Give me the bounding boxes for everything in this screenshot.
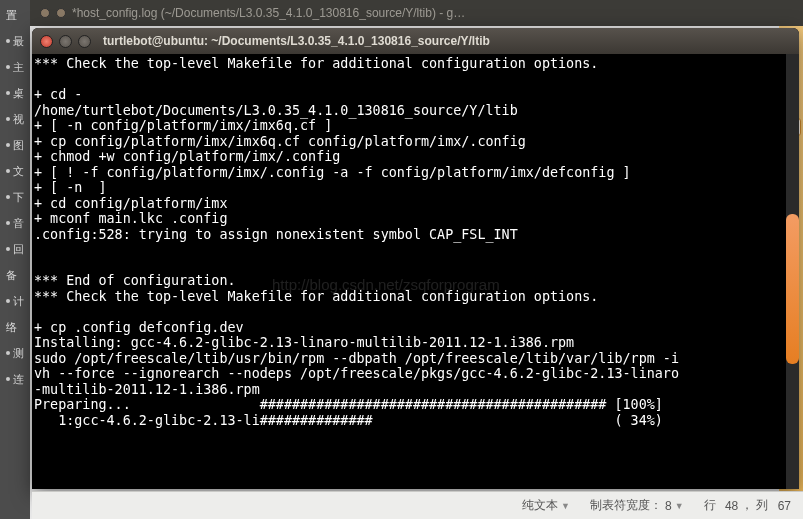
terminal-line: *** Check the top-level Makefile for add… [34, 56, 797, 72]
indicator-dot [6, 351, 10, 355]
terminal-line [34, 304, 797, 320]
launcher-item[interactable]: 视 [0, 106, 30, 132]
tab-width-label: 制表符宽度： [590, 497, 662, 514]
separator: ， [741, 497, 753, 514]
launcher-label: 桌 [13, 86, 24, 101]
terminal-line: + cp .config defconfig.dev [34, 320, 797, 336]
terminal-line: *** End of configuration. [34, 273, 797, 289]
terminal-line: *** Check the top-level Makefile for add… [34, 289, 797, 305]
terminal-line: 1:gcc-4.6.2-glibc-2.13-li############## … [34, 413, 797, 429]
scrollbar-track[interactable] [786, 54, 799, 489]
terminal-line: + mconf main.lkc .config [34, 211, 797, 227]
indicator-dot [6, 91, 10, 95]
indicator-dot [6, 143, 10, 147]
terminal-output[interactable]: *** Check the top-level Makefile for add… [32, 54, 799, 489]
launcher-label: 主 [13, 60, 24, 75]
launcher-item[interactable]: 备 [0, 262, 30, 288]
terminal-line [34, 258, 797, 274]
launcher-item[interactable]: 主 [0, 54, 30, 80]
launcher-label: 备 [6, 268, 17, 283]
indicator-dot [6, 247, 10, 251]
launcher-item[interactable]: 络 [0, 314, 30, 340]
launcher-item[interactable]: 置 [0, 2, 30, 28]
launcher-item[interactable]: 测 [0, 340, 30, 366]
terminal-line: /home/turtlebot/Documents/L3.0.35_4.1.0_… [34, 103, 797, 119]
terminal-line: + cd - [34, 87, 797, 103]
terminal-title: turtlebot@ubuntu: ~/Documents/L3.0.35_4.… [103, 34, 490, 48]
launcher-label: 置 [6, 8, 17, 23]
syntax-mode-label: 纯文本 [522, 497, 558, 514]
launcher-label: 测 [13, 346, 24, 361]
launcher-label: 计 [13, 294, 24, 309]
launcher-label: 连 [13, 372, 24, 387]
terminal-line: .config:528: trying to assign nonexisten… [34, 227, 797, 243]
indicator-dot [6, 39, 10, 43]
tab-width-value: 8 [665, 499, 672, 513]
terminal-window: turtlebot@ubuntu: ~/Documents/L3.0.35_4.… [32, 28, 799, 489]
terminal-titlebar[interactable]: turtlebot@ubuntu: ~/Documents/L3.0.35_4.… [32, 28, 799, 54]
line-value: 48 [725, 499, 738, 513]
launcher-item[interactable]: 音 [0, 210, 30, 236]
launcher-item[interactable]: 最 [0, 28, 30, 54]
col-value: 67 [778, 499, 791, 513]
indicator-dot [6, 117, 10, 121]
tab-width-selector[interactable]: 制表符宽度： 8 ▼ [590, 497, 684, 514]
launcher-item[interactable]: 下 [0, 184, 30, 210]
terminal-line: vh --force --ignorearch --nodeps /opt/fr… [34, 366, 797, 382]
launcher-item[interactable]: 回 [0, 236, 30, 262]
launcher-item[interactable]: 计 [0, 288, 30, 314]
indicator-dot [6, 65, 10, 69]
unity-launcher: 置 最 主 桌 视 图 文 下 音 回 备 计 络 测 连 [0, 0, 30, 519]
terminal-line: -multilib-2011.12-1.i386.rpm [34, 382, 797, 398]
launcher-label: 络 [6, 320, 17, 335]
terminal-line: + chmod +w config/platform/imx/.config [34, 149, 797, 165]
launcher-item[interactable]: 桌 [0, 80, 30, 106]
terminal-line: + [ -n config/platform/imx/imx6q.cf ] [34, 118, 797, 134]
terminal-line: Installing: gcc-4.6.2-glibc-2.13-linaro-… [34, 335, 797, 351]
terminal-line: Preparing... ###########################… [34, 397, 797, 413]
bg-window-button[interactable] [56, 8, 66, 18]
scrollbar-thumb[interactable] [786, 214, 799, 364]
chevron-down-icon: ▼ [675, 501, 684, 511]
terminal-line: sudo /opt/freescale/ltib/usr/bin/rpm --d… [34, 351, 797, 367]
line-label: 行 [704, 497, 716, 514]
indicator-dot [6, 377, 10, 381]
close-button[interactable] [40, 35, 53, 48]
launcher-item[interactable]: 文 [0, 158, 30, 184]
terminal-line: + [ -n ] [34, 180, 797, 196]
indicator-dot [6, 195, 10, 199]
launcher-label: 音 [13, 216, 24, 231]
launcher-item[interactable]: 连 [0, 366, 30, 392]
launcher-label: 文 [13, 164, 24, 179]
col-label: 列 [756, 497, 768, 514]
maximize-button[interactable] [78, 35, 91, 48]
minimize-button[interactable] [59, 35, 72, 48]
bg-window-button[interactable] [40, 8, 50, 18]
gedit-statusbar: 纯文本 ▼ 制表符宽度： 8 ▼ 行 48，列 67 [32, 491, 803, 519]
terminal-line: + cd config/platform/imx [34, 196, 797, 212]
cursor-position: 行 48，列 67 [704, 497, 791, 514]
syntax-mode-selector[interactable]: 纯文本 ▼ [522, 497, 570, 514]
launcher-label: 下 [13, 190, 24, 205]
launcher-label: 视 [13, 112, 24, 127]
background-window-titlebar: *host_config.log (~/Documents/L3.0.35_4.… [30, 0, 803, 26]
indicator-dot [6, 221, 10, 225]
bg-window-title: *host_config.log (~/Documents/L3.0.35_4.… [72, 6, 465, 20]
launcher-label: 最 [13, 34, 24, 49]
launcher-label: 回 [13, 242, 24, 257]
terminal-line: + cp config/platform/imx/imx6q.cf config… [34, 134, 797, 150]
terminal-line [34, 72, 797, 88]
launcher-label: 图 [13, 138, 24, 153]
indicator-dot [6, 169, 10, 173]
chevron-down-icon: ▼ [561, 501, 570, 511]
terminal-line: + [ ! -f config/platform/imx/.config -a … [34, 165, 797, 181]
launcher-item[interactable]: 图 [0, 132, 30, 158]
terminal-line [34, 242, 797, 258]
indicator-dot [6, 299, 10, 303]
